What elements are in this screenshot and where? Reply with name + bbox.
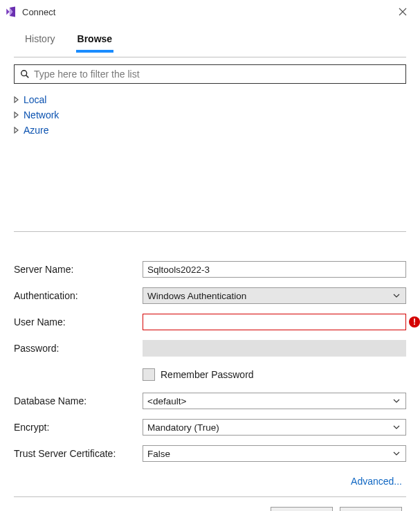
- browse-panel: History Browse Local: [0, 24, 420, 231]
- separator: [14, 57, 406, 57]
- tree-label: Local: [24, 94, 46, 105]
- tab-history[interactable]: History: [24, 30, 57, 53]
- chevron-right-icon: [14, 111, 21, 118]
- label-user-name: User Name:: [14, 316, 143, 328]
- tree-item-azure[interactable]: Azure: [14, 123, 406, 138]
- tab-browse[interactable]: Browse: [76, 30, 114, 53]
- chevron-down-icon: [393, 399, 400, 403]
- connect-dialog: Connect History Browse: [0, 0, 420, 511]
- svg-point-0: [21, 71, 27, 76]
- remember-password-checkbox[interactable]: [143, 368, 155, 381]
- advanced-link[interactable]: Advanced...: [351, 476, 402, 487]
- chevron-down-icon: [393, 294, 400, 298]
- tree-item-network[interactable]: Network: [14, 107, 406, 123]
- visual-studio-icon: [4, 5, 18, 19]
- database-name-dropdown[interactable]: <default>: [143, 393, 406, 409]
- server-tree: Local Network Azure: [0, 91, 420, 138]
- window-title: Connect: [22, 7, 55, 17]
- svg-line-1: [26, 75, 29, 78]
- dialog-footer: Connect Cancel: [0, 505, 420, 511]
- remember-password-label: Remember Password: [161, 369, 254, 380]
- tabstrip: History Browse: [0, 24, 420, 53]
- label-database-name: Database Name:: [14, 395, 143, 406]
- chevron-right-icon: [14, 96, 21, 103]
- connect-button[interactable]: Connect: [271, 507, 333, 511]
- remember-password-row: Remember Password: [14, 366, 406, 383]
- database-name-value: <default>: [147, 396, 186, 406]
- error-icon: !: [409, 316, 420, 328]
- user-name-input[interactable]: [143, 314, 406, 330]
- label-authentication: Authentication:: [14, 290, 143, 301]
- encrypt-value: Mandatory (True): [147, 422, 219, 433]
- cancel-button[interactable]: Cancel: [340, 507, 402, 511]
- chevron-down-icon: [393, 425, 400, 429]
- label-server-name: Server Name:: [14, 264, 143, 275]
- label-password: Password:: [14, 343, 143, 354]
- chevron-right-icon: [14, 127, 21, 134]
- separator: [14, 496, 406, 497]
- titlebar: Connect: [0, 0, 420, 24]
- connection-form: Server Name: Authentication: Windows Aut…: [0, 232, 420, 474]
- filter-input[interactable]: [31, 67, 401, 81]
- authentication-dropdown[interactable]: Windows Authentication: [143, 287, 406, 304]
- tree-label: Network: [24, 109, 59, 120]
- chevron-down-icon: [393, 451, 400, 456]
- tree-item-local[interactable]: Local: [14, 92, 406, 107]
- filter-box: [14, 64, 406, 84]
- label-trust-cert: Trust Server Certificate:: [14, 448, 143, 459]
- tree-label: Azure: [24, 125, 49, 136]
- search-icon: [19, 69, 31, 79]
- label-encrypt: Encrypt:: [14, 422, 143, 433]
- encrypt-dropdown[interactable]: Mandatory (True): [143, 419, 406, 436]
- trust-cert-dropdown[interactable]: False: [143, 445, 406, 462]
- trust-cert-value: False: [147, 449, 170, 459]
- authentication-value: Windows Authentication: [147, 291, 246, 301]
- close-button[interactable]: [391, 0, 414, 24]
- server-name-input[interactable]: [143, 261, 406, 278]
- password-input: [143, 340, 406, 357]
